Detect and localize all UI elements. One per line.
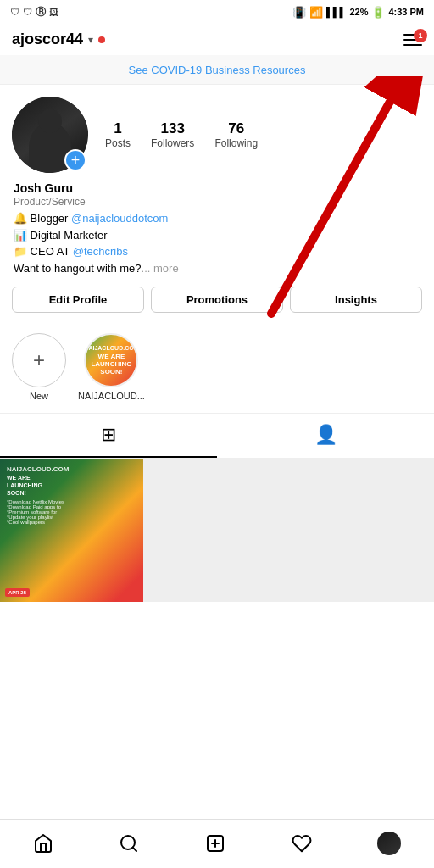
- search-icon: [119, 833, 139, 854]
- edit-profile-button[interactable]: Edit Profile: [12, 287, 144, 313]
- profile-avatar-image: [377, 832, 401, 855]
- grid-icon: ⊞: [101, 424, 116, 446]
- header-menu[interactable]: 1: [403, 34, 422, 46]
- highlight-new[interactable]: + New: [12, 333, 66, 401]
- posts-count: 1: [114, 120, 121, 137]
- promotions-button[interactable]: Promotions: [151, 287, 283, 313]
- signal-icon: 📶: [309, 6, 323, 19]
- followers-stat[interactable]: 133 Followers: [151, 120, 194, 149]
- highlight-new-label: New: [30, 391, 48, 401]
- shield-icon: 🛡: [10, 7, 19, 17]
- bio-more[interactable]: ... more: [142, 262, 179, 275]
- image-icon: 🖼: [49, 7, 58, 17]
- nav-activity[interactable]: [292, 833, 312, 854]
- bio-ceo-link[interactable]: @techcribs: [73, 245, 128, 258]
- time: 4:33 PM: [388, 7, 424, 17]
- bio-blogger-link[interactable]: @naijaclouddotcom: [71, 212, 168, 225]
- profile-section: + 1 Posts 133 Followers 76 Following Jos…: [0, 85, 434, 325]
- bio-category: Product/Service: [14, 196, 420, 208]
- nav-search[interactable]: [119, 833, 139, 854]
- person-tag-icon: 👤: [314, 424, 337, 446]
- bio-blogger-text: 🔔 Blogger: [14, 212, 71, 225]
- bio-line-3: 📁 CEO AT @techcribs: [14, 243, 420, 260]
- grid-cell-1-site: NAIJACLOUD.COM: [7, 465, 69, 473]
- action-buttons: Edit Profile Promotions Insights: [12, 287, 422, 313]
- covid-banner[interactable]: See COVID-19 Business Resources: [0, 55, 434, 85]
- shield2-icon: 🛡: [23, 7, 32, 17]
- stats-row: 1 Posts 133 Followers 76 Following: [105, 120, 422, 149]
- highlight-naijacloud-image: NAIJACLOUD.COM WE ARE LAUNCHING SOON!: [86, 335, 136, 386]
- add-icon: [205, 833, 225, 854]
- b-icon: Ⓑ: [36, 5, 46, 19]
- home-icon: [33, 833, 53, 854]
- tab-grid[interactable]: ⊞: [0, 414, 217, 458]
- username: ajoscor44: [12, 31, 83, 48]
- header: ajoscor44 ▾ 1: [0, 24, 434, 55]
- grid-cell-1-title2: LAUNCHING: [7, 482, 42, 488]
- vibrate-icon: 📳: [292, 6, 306, 19]
- svg-line-2: [133, 847, 136, 850]
- bio-section: Josh Guru Product/Service 🔔 Blogger @nai…: [12, 181, 422, 276]
- status-icons: 🛡 🛡 Ⓑ 🖼: [10, 5, 58, 19]
- avatar-wrapper: +: [12, 97, 88, 173]
- menu-line-3: [403, 44, 422, 46]
- highlight-naijacloud[interactable]: NAIJACLOUD.COM WE ARE LAUNCHING SOON! NA…: [78, 333, 145, 401]
- battery-percent: 22%: [349, 7, 368, 17]
- grid-cell-1-badge: APR 25: [5, 588, 30, 597]
- nav-profile[interactable]: [377, 832, 401, 855]
- bio-name: Josh Guru: [14, 181, 420, 195]
- covid-link[interactable]: See COVID-19 Business Resources: [129, 64, 306, 76]
- bottom-nav: [0, 819, 434, 868]
- grid-cell-1-title1: WE ARE: [7, 475, 31, 481]
- highlight-new-circle: +: [12, 333, 66, 387]
- highlights-row: + New NAIJACLOUD.COM WE ARE LAUNCHING SO…: [0, 325, 434, 414]
- online-indicator: [98, 36, 105, 43]
- status-right: 📳 📶 ▌▌▌ 22% 🔋 4:33 PM: [292, 6, 424, 19]
- bio-line-4: Want to hangout with me?... more: [14, 260, 420, 277]
- highlight-plus-icon: +: [33, 348, 45, 372]
- bio-ceo-text: 📁 CEO AT: [14, 245, 73, 258]
- status-bar: 🛡 🛡 Ⓑ 🖼 📳 📶 ▌▌▌ 22% 🔋 4:33 PM: [0, 0, 434, 24]
- add-story-button[interactable]: +: [64, 149, 86, 171]
- posts-label: Posts: [105, 137, 131, 149]
- nav-home[interactable]: [33, 833, 53, 854]
- notification-badge: 1: [414, 29, 427, 42]
- bio-hangout-text: Want to hangout with me?: [14, 262, 142, 275]
- following-label: Following: [214, 137, 258, 149]
- following-count: 76: [228, 120, 244, 137]
- heart-icon: [292, 833, 312, 854]
- username-row[interactable]: ajoscor44 ▾: [12, 31, 105, 48]
- highlight-naijacloud-label: NAIJACLOUD...: [78, 391, 145, 401]
- tabs-row: ⊞ 👤: [0, 414, 434, 459]
- followers-count: 133: [161, 120, 185, 137]
- grid-cell-1-content: NAIJACLOUD.COM WE ARE LAUNCHING SOON! *D…: [0, 459, 143, 602]
- battery-icon: 🔋: [371, 6, 385, 19]
- tab-tagged[interactable]: 👤: [217, 414, 434, 458]
- nav-add[interactable]: [205, 833, 225, 854]
- insights-button[interactable]: Insights: [290, 287, 422, 313]
- signal2-icon: ▌▌▌: [326, 7, 346, 17]
- followers-label: Followers: [151, 137, 194, 149]
- profile-avatar-thumb: [377, 832, 401, 855]
- posts-grid: NAIJACLOUD.COM WE ARE LAUNCHING SOON! *D…: [0, 459, 434, 602]
- profile-top: + 1 Posts 133 Followers 76 Following: [12, 97, 422, 173]
- highlight-naijacloud-thumb: NAIJACLOUD.COM WE ARE LAUNCHING SOON!: [84, 333, 138, 387]
- chevron-down-icon: ▾: [88, 34, 93, 46]
- posts-stat: 1 Posts: [105, 120, 131, 149]
- grid-cell-1[interactable]: NAIJACLOUD.COM WE ARE LAUNCHING SOON! *D…: [0, 459, 143, 602]
- following-stat[interactable]: 76 Following: [214, 120, 258, 149]
- bio-line-2: 📊 Digital Marketer: [14, 227, 420, 244]
- grid-cell-1-title3: SOON!: [7, 490, 26, 496]
- bio-line-1: 🔔 Blogger @naijaclouddotcom: [14, 210, 420, 227]
